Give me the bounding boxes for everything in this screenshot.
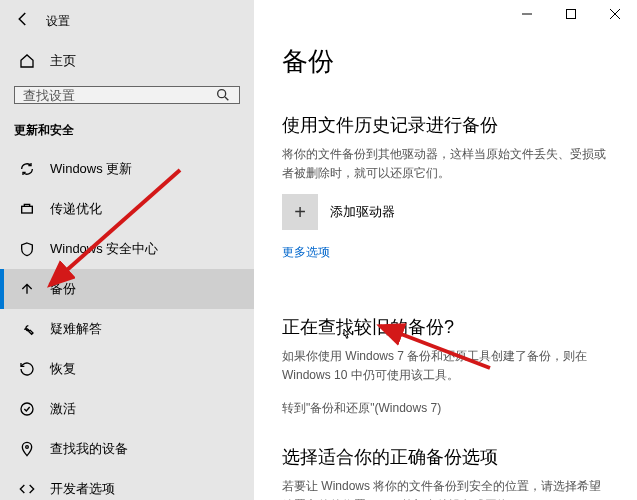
wrench-icon	[18, 321, 36, 337]
section-desc: 若要让 Windows 将你的文件备份到安全的位置，请选择希望放置文件的位置 -…	[282, 477, 609, 500]
sync-icon	[18, 161, 36, 177]
delivery-icon	[18, 201, 36, 217]
close-button[interactable]	[593, 0, 637, 28]
search-input[interactable]	[23, 88, 215, 103]
maximize-button[interactable]	[549, 0, 593, 28]
code-icon	[18, 481, 36, 497]
sidebar-item-label: 传递优化	[50, 200, 102, 218]
sidebar-item-label: 疑难解答	[50, 320, 102, 338]
svg-point-0	[218, 90, 226, 98]
sidebar-home-label: 主页	[50, 52, 76, 70]
section-file-history: 使用文件历史记录进行备份 将你的文件备份到其他驱动器，这样当原始文件丢失、受损或…	[282, 113, 609, 287]
sidebar-item-label: 备份	[50, 280, 76, 298]
sidebar: 设置 主页 更新和安全 Windows 更新 传递优化	[0, 0, 254, 500]
sidebar-home[interactable]: 主页	[0, 42, 254, 80]
back-arrow-icon[interactable]	[14, 10, 32, 32]
sidebar-item-label: 恢复	[50, 360, 76, 378]
section-heading: 正在查找较旧的备份?	[282, 315, 609, 339]
sidebar-item-delivery-optimization[interactable]: 传递优化	[0, 189, 254, 229]
window-title: 设置	[46, 13, 70, 30]
sidebar-item-find-device[interactable]: 查找我的设备	[0, 429, 254, 469]
section-desc: 将你的文件备份到其他驱动器，这样当原始文件丢失、受损或者被删除时，就可以还原它们…	[282, 145, 609, 182]
sidebar-item-label: 查找我的设备	[50, 440, 128, 458]
titlebar-left: 设置	[0, 8, 254, 42]
sidebar-item-label: Windows 安全中心	[50, 240, 158, 258]
sidebar-item-windows-update[interactable]: Windows 更新	[0, 149, 254, 189]
more-options-link[interactable]: 更多选项	[282, 244, 330, 261]
check-icon	[18, 401, 36, 417]
sidebar-item-label: Windows 更新	[50, 160, 132, 178]
section-desc: 如果你使用 Windows 7 备份和还原工具创建了备份，则在 Windows …	[282, 347, 609, 384]
sidebar-item-label: 开发者选项	[50, 480, 115, 498]
goto-backup-restore-link[interactable]: 转到"备份和还原"(Windows 7)	[282, 400, 441, 417]
add-drive-button[interactable]: + 添加驱动器	[282, 194, 609, 230]
svg-point-2	[21, 403, 33, 415]
plus-icon: +	[282, 194, 318, 230]
sidebar-item-label: 激活	[50, 400, 76, 418]
minimize-button[interactable]	[505, 0, 549, 28]
svg-rect-4	[567, 10, 576, 19]
page-title: 备份	[282, 44, 609, 79]
section-choose-backup: 选择适合你的正确备份选项 若要让 Windows 将你的文件备份到安全的位置，请…	[282, 445, 609, 500]
recovery-icon	[18, 361, 36, 377]
search-icon	[215, 87, 231, 103]
content-area: 备份 使用文件历史记录进行备份 将你的文件备份到其他驱动器，这样当原始文件丢失、…	[254, 0, 637, 500]
sidebar-item-backup[interactable]: 备份	[0, 269, 254, 309]
sidebar-item-security[interactable]: Windows 安全中心	[0, 229, 254, 269]
sidebar-item-developer[interactable]: 开发者选项	[0, 469, 254, 500]
shield-icon	[18, 241, 36, 257]
backup-arrow-icon	[18, 281, 36, 297]
location-icon	[18, 441, 36, 457]
home-icon	[18, 53, 36, 69]
section-heading: 选择适合你的正确备份选项	[282, 445, 609, 469]
sidebar-item-troubleshoot[interactable]: 疑难解答	[0, 309, 254, 349]
section-heading: 使用文件历史记录进行备份	[282, 113, 609, 137]
sidebar-item-recovery[interactable]: 恢复	[0, 349, 254, 389]
sidebar-item-activation[interactable]: 激活	[0, 389, 254, 429]
window-controls	[505, 0, 637, 28]
svg-point-3	[26, 446, 29, 449]
section-older-backup: 正在查找较旧的备份? 如果你使用 Windows 7 备份和还原工具创建了备份，…	[282, 315, 609, 417]
add-drive-label: 添加驱动器	[330, 203, 395, 221]
svg-rect-1	[22, 206, 33, 213]
sidebar-section-header: 更新和安全	[0, 116, 254, 149]
search-box[interactable]	[14, 86, 240, 104]
